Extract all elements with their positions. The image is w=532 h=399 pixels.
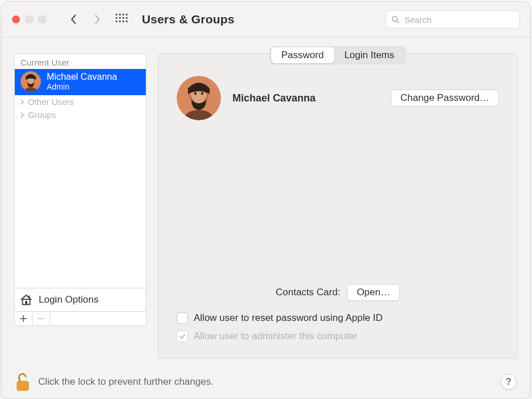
allow-reset-apple-id-checkbox[interactable] [177, 312, 188, 324]
lock-icon[interactable] [15, 373, 30, 391]
search-field[interactable] [386, 10, 520, 28]
profile-name: Michael Cavanna [232, 92, 316, 104]
login-options-label: Login Options [39, 294, 99, 306]
contacts-card-label: Contacts Card: [276, 287, 340, 298]
svg-rect-7 [25, 301, 27, 304]
allow-reset-apple-id-label: Allow user to reset password using Apple… [194, 312, 383, 324]
search-input[interactable] [403, 14, 515, 25]
user-meta: Michael Cavanna Admin [47, 72, 117, 91]
current-user-row[interactable]: Michael Cavanna Admin [15, 69, 146, 95]
nav-arrows [69, 15, 102, 24]
home-icon [19, 293, 33, 307]
current-user-section-label: Current User [15, 54, 146, 69]
help-button[interactable]: ? [501, 374, 517, 390]
sidebar-item-label: Groups [28, 110, 56, 120]
add-remove-bar [14, 312, 146, 326]
user-role: Admin [47, 82, 117, 91]
user-name: Michael Cavanna [47, 72, 117, 82]
allow-admin-checkbox [177, 331, 188, 342]
svg-point-14 [201, 92, 203, 95]
main-panel: Password Login Items [158, 54, 518, 359]
back-button[interactable] [69, 15, 78, 24]
lock-hint-text: Click the lock to prevent further change… [38, 376, 214, 388]
add-user-button[interactable] [15, 312, 32, 325]
open-contacts-button[interactable]: Open… [347, 284, 400, 301]
sidebar-item-other-users[interactable]: Other Users [15, 95, 146, 108]
tab-segmented-control: Password Login Items [270, 46, 406, 64]
login-options-button[interactable]: Login Options [14, 288, 146, 312]
allow-reset-apple-id-row: Allow user to reset password using Apple… [177, 312, 499, 324]
preferences-window: Users & Groups Current User [1, 1, 531, 399]
avatar[interactable] [177, 76, 221, 120]
minimize-window-button[interactable] [25, 15, 33, 23]
change-password-button[interactable]: Change Password… [391, 89, 499, 107]
window-title: Users & Groups [142, 13, 235, 26]
zoom-window-button[interactable] [38, 15, 46, 23]
search-icon [391, 15, 400, 24]
main-inner: Michael Cavanna Change Password… Contact… [158, 54, 517, 358]
forward-button[interactable] [93, 15, 102, 24]
allow-admin-row: Allow user to administer this computer [177, 331, 499, 342]
tab-password[interactable]: Password [271, 47, 334, 63]
chevron-right-icon [19, 112, 24, 118]
contacts-card-row: Contacts Card: Open… [177, 284, 499, 301]
svg-point-13 [194, 92, 197, 95]
traffic-lights [12, 15, 46, 23]
svg-rect-8 [28, 296, 30, 299]
sidebar-item-groups[interactable]: Groups [15, 108, 146, 121]
add-remove-spacer [50, 312, 146, 325]
chevron-right-icon [19, 99, 24, 105]
svg-line-1 [396, 21, 399, 23]
titlebar: Users & Groups [2, 2, 530, 38]
profile-row: Michael Cavanna Change Password… [177, 76, 499, 120]
close-window-button[interactable] [12, 15, 20, 23]
allow-admin-label: Allow user to administer this computer [194, 331, 357, 342]
sidebar-item-label: Other Users [28, 97, 74, 107]
body: Current User [2, 38, 530, 365]
user-list: Current User [14, 54, 146, 288]
show-all-prefs-button[interactable] [116, 14, 127, 25]
tab-login-items[interactable]: Login Items [334, 47, 404, 63]
checkmark-icon [179, 333, 186, 340]
svg-rect-15 [17, 381, 28, 390]
sidebar: Current User [14, 54, 146, 326]
footer: Click the lock to prevent further change… [2, 365, 530, 398]
remove-user-button[interactable] [32, 312, 50, 325]
user-avatar-small [21, 71, 41, 92]
